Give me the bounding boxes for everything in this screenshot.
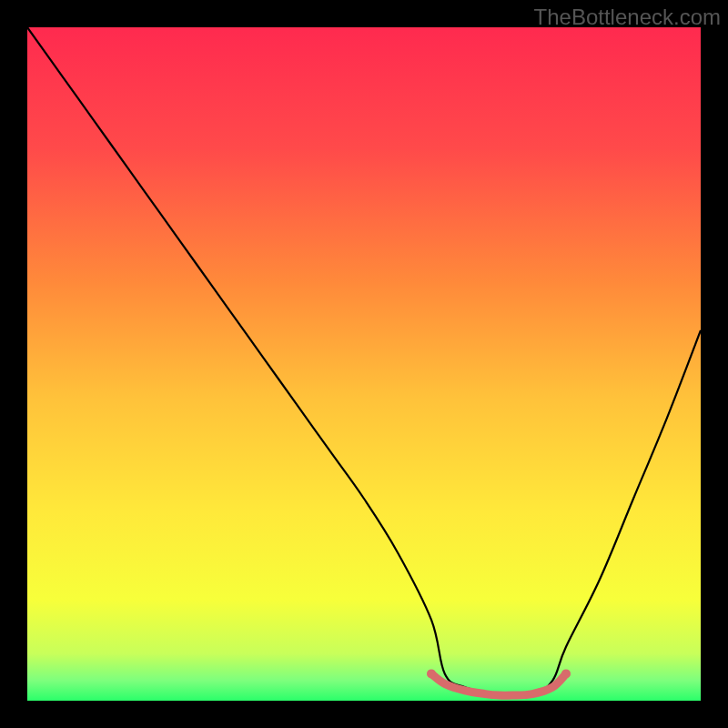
main-curve [27, 27, 701, 695]
curve-layer [27, 27, 701, 701]
chart-container: TheBottleneck.com [0, 0, 728, 728]
watermark-text: TheBottleneck.com [534, 5, 721, 30]
highlight-curve [431, 673, 566, 695]
highlight-dot-right [561, 669, 571, 678]
plot-area [27, 27, 701, 701]
highlight-dot-left [427, 669, 436, 678]
